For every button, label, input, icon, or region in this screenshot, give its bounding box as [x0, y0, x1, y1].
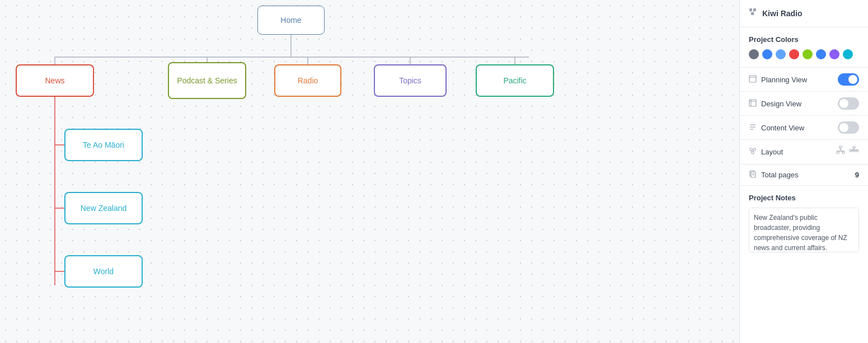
- project-colors-title: Project Colors: [749, 35, 859, 44]
- project-colors-section: Project Colors: [740, 27, 868, 68]
- layout-row: Layout: [740, 140, 868, 165]
- svg-rect-34: [853, 147, 855, 148]
- sitemap-canvas: Home News Podcast & Series Radio Topics …: [0, 0, 739, 343]
- node-new-zealand-label: New Zealand: [81, 204, 127, 213]
- svg-rect-26: [752, 152, 754, 154]
- total-pages-icon: [749, 170, 757, 180]
- layout-list-icon[interactable]: [849, 145, 859, 158]
- design-view-row: Design View: [740, 92, 868, 116]
- project-name: Kiwi Radio: [762, 9, 803, 18]
- content-view-label: Content View: [761, 124, 804, 132]
- planning-view-slider: [838, 73, 859, 86]
- content-view-row: Content View: [740, 116, 868, 140]
- svg-rect-29: [839, 146, 842, 148]
- svg-rect-31: [842, 151, 844, 153]
- right-panel: Kiwi Radio Project Colors Planning View: [739, 0, 868, 343]
- node-news[interactable]: News: [16, 64, 94, 97]
- total-pages-value: 9: [855, 171, 859, 179]
- project-notes-title: Project Notes: [749, 194, 859, 202]
- svg-line-15: [753, 11, 755, 12]
- content-view-toggle[interactable]: [838, 121, 859, 134]
- node-topics-label: Topics: [399, 76, 421, 85]
- node-pacific-label: Pacific: [503, 76, 526, 85]
- node-world[interactable]: World: [64, 255, 143, 288]
- color-swatch-blue[interactable]: [762, 49, 772, 59]
- project-icon: [749, 8, 758, 19]
- layout-left: Layout: [749, 147, 783, 157]
- color-swatch-gray[interactable]: [749, 49, 759, 59]
- content-view-left: Content View: [749, 123, 804, 133]
- node-news-label: News: [45, 76, 64, 85]
- node-home[interactable]: Home: [257, 6, 325, 35]
- total-pages-label: Total pages: [761, 171, 799, 179]
- total-pages-left: Total pages: [749, 170, 799, 180]
- svg-rect-13: [751, 12, 754, 15]
- svg-rect-18: [749, 100, 756, 106]
- svg-rect-30: [837, 151, 839, 153]
- node-te-ao-label: Te Ao Māori: [83, 140, 124, 149]
- node-pacific[interactable]: Pacific: [476, 64, 554, 97]
- node-world-label: World: [93, 267, 114, 276]
- project-notes-section: Project Notes: [740, 186, 868, 343]
- project-header: Kiwi Radio: [740, 0, 868, 27]
- node-te-ao[interactable]: Te Ao Māori: [64, 129, 143, 161]
- layout-tree-icon[interactable]: [836, 145, 846, 158]
- color-swatch-green[interactable]: [803, 49, 813, 59]
- svg-rect-11: [749, 8, 752, 11]
- node-podcast-label: Podcast & Series: [177, 76, 237, 85]
- planning-view-label: Planning View: [761, 76, 807, 84]
- design-view-label: Design View: [761, 100, 801, 108]
- planning-view-row: Planning View: [740, 68, 868, 92]
- node-topics[interactable]: Topics: [374, 64, 447, 97]
- layout-label: Layout: [761, 148, 783, 156]
- node-radio-label: Radio: [298, 76, 318, 85]
- design-view-toggle[interactable]: [838, 97, 859, 110]
- node-new-zealand[interactable]: New Zealand: [64, 192, 143, 224]
- color-swatches-container: [749, 49, 859, 59]
- color-swatch-purple[interactable]: [829, 49, 839, 59]
- planning-view-left: Planning View: [749, 75, 807, 84]
- node-radio[interactable]: Radio: [274, 64, 341, 97]
- planning-view-icon: [749, 75, 757, 84]
- color-swatch-cyan[interactable]: [843, 49, 853, 59]
- content-view-slider: [838, 121, 859, 134]
- project-notes-textarea[interactable]: [749, 208, 859, 252]
- node-podcast[interactable]: Podcast & Series: [168, 62, 246, 99]
- design-view-slider: [838, 97, 859, 110]
- total-pages-row: Total pages 9: [740, 165, 868, 186]
- color-swatch-light-blue[interactable]: [776, 49, 786, 59]
- content-view-icon: [749, 123, 757, 133]
- layout-icon: [749, 147, 757, 157]
- layout-icons-container: [836, 145, 859, 158]
- design-view-left: Design View: [749, 99, 801, 109]
- color-swatch-blue2[interactable]: [816, 49, 826, 59]
- svg-rect-24: [750, 148, 752, 151]
- svg-rect-16: [749, 76, 756, 82]
- svg-rect-12: [753, 8, 756, 11]
- svg-rect-25: [753, 148, 756, 151]
- color-swatch-red[interactable]: [789, 49, 799, 59]
- design-view-icon: [749, 99, 757, 109]
- node-home-label: Home: [280, 16, 301, 25]
- planning-view-toggle[interactable]: [838, 73, 859, 86]
